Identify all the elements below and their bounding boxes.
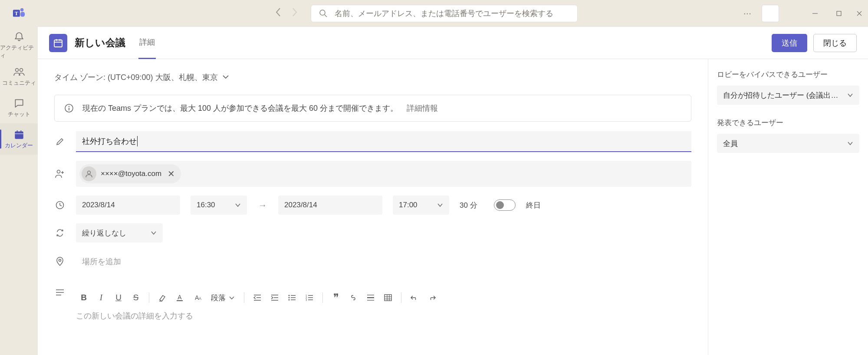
paragraph-style-value: 段落	[211, 293, 226, 303]
rte-toolbar: B I U S A AA 段落	[76, 288, 691, 309]
quote-button[interactable]: ❞	[328, 290, 344, 305]
edit-icon	[54, 136, 66, 147]
recurrence-select[interactable]: 繰り返しなし	[76, 223, 163, 242]
chevron-down-icon	[847, 91, 853, 99]
description-placeholder[interactable]: この新しい会議の詳細を入力する	[76, 309, 691, 323]
svg-text:A: A	[199, 296, 201, 301]
italic-button[interactable]: I	[93, 290, 109, 305]
chevron-down-icon	[235, 201, 241, 209]
bullet-list-button[interactable]	[284, 290, 300, 305]
end-time-input[interactable]: 17:00	[393, 196, 449, 215]
presenter-select[interactable]: 全員	[717, 134, 859, 153]
svg-point-21	[69, 106, 69, 107]
redo-button[interactable]	[424, 290, 440, 305]
history-nav	[275, 7, 298, 20]
hr-button[interactable]	[363, 290, 378, 305]
indent-increase-button[interactable]	[267, 290, 283, 305]
svg-rect-33	[177, 300, 183, 301]
table-button[interactable]	[380, 290, 396, 305]
end-date-input[interactable]: 2023/8/14	[278, 196, 382, 215]
send-button[interactable]: 送信	[772, 34, 807, 52]
description-editor[interactable]: B I U S A AA 段落	[76, 288, 691, 323]
title-bar-right: ···	[733, 0, 868, 27]
attendee-chip[interactable]: ××××@toyota.com ✕	[79, 164, 181, 183]
tab-details[interactable]: 詳細	[138, 27, 156, 59]
title-row: 社外打ち合わせ	[54, 131, 691, 152]
strikethrough-button[interactable]: S	[128, 290, 144, 305]
clock-icon	[54, 199, 66, 211]
start-date-input[interactable]: 2023/8/14	[76, 196, 180, 215]
rail-community[interactable]: コミュニティ	[0, 61, 38, 92]
numbered-list-button[interactable]: 123	[302, 290, 317, 305]
rail-label: アクティビティ	[0, 44, 38, 60]
allday-label: 終日	[526, 200, 541, 210]
bold-button[interactable]: B	[76, 290, 92, 305]
duration-value: 30 分	[460, 200, 477, 210]
svg-rect-57	[385, 295, 391, 301]
underline-button[interactable]: U	[111, 290, 126, 305]
bell-icon	[13, 31, 25, 43]
page-title: 新しい会議	[75, 36, 125, 50]
meeting-title-input[interactable]: 社外打ち合わせ	[76, 131, 691, 152]
meeting-options-panel: ロビーをバイパスできるユーザー 自分が招待したユーザー (会議出席... 発表で…	[708, 59, 868, 355]
meeting-icon	[49, 34, 67, 52]
rail-activity[interactable]: アクティビティ	[0, 30, 38, 61]
svg-text:A: A	[178, 294, 182, 301]
banner-link[interactable]: 詳細情報	[407, 103, 438, 113]
title-bar: T 名前、メールアドレス、または電話番号でユーザーを検索する ···	[0, 0, 868, 27]
svg-rect-3	[20, 12, 25, 17]
rail-chat[interactable]: チャット	[0, 92, 38, 123]
svg-rect-16	[54, 40, 62, 47]
link-button[interactable]	[345, 290, 361, 305]
recurrence-row: 繰り返しなし	[54, 223, 691, 242]
location-row: 場所を追加	[54, 251, 691, 272]
forward-icon[interactable]	[292, 7, 298, 20]
paragraph-style-select[interactable]: 段落	[207, 290, 239, 305]
font-color-button[interactable]: A	[172, 290, 187, 305]
maximize-icon[interactable]	[827, 0, 851, 27]
highlight-button[interactable]	[155, 290, 170, 305]
font-size-button[interactable]: AA	[189, 290, 205, 305]
toolbar-separator	[401, 292, 401, 303]
search-icon	[319, 9, 328, 18]
minimize-icon[interactable]	[803, 0, 827, 27]
person-icon	[82, 166, 96, 181]
svg-point-44	[289, 299, 290, 301]
allday-toggle[interactable]	[494, 199, 516, 211]
recurrence-value: 繰り返しなし	[82, 228, 126, 238]
command-bar: 新しい会議 詳細 送信 閉じる	[38, 27, 868, 59]
main-area: タイム ゾーン: (UTC+09:00) 大阪、札幌、東京 現在の Teams …	[38, 59, 868, 355]
start-date-value: 2023/8/14	[82, 201, 115, 209]
search-box[interactable]: 名前、メールアドレス、または電話番号でユーザーを検索する	[311, 5, 578, 22]
plan-info-banner: 現在の Teams プランでは、最大 100 人が参加できる会議を最大 60 分…	[54, 95, 691, 122]
rail-label: コミュニティ	[2, 79, 36, 87]
account-avatar[interactable]	[762, 5, 779, 22]
presenter-value: 全員	[723, 139, 738, 149]
back-icon[interactable]	[275, 7, 281, 20]
svg-text:T: T	[15, 10, 18, 17]
location-input[interactable]: 場所を追加	[76, 251, 691, 272]
svg-point-2	[20, 8, 24, 12]
svg-point-11	[20, 68, 23, 71]
remove-attendee-icon[interactable]: ✕	[168, 169, 175, 179]
lobby-bypass-select[interactable]: 自分が招待したユーザー (会議出席...	[717, 86, 859, 105]
toolbar-separator	[322, 292, 323, 303]
search-placeholder: 名前、メールアドレス、または電話番号でユーザーを検索する	[335, 8, 553, 19]
banner-message: 現在の Teams プランでは、最大 100 人が参加できる会議を最大 60 分…	[82, 103, 398, 113]
svg-text:3: 3	[306, 299, 307, 301]
attendees-input[interactable]: ××××@toyota.com ✕	[76, 161, 691, 187]
rail-calendar[interactable]: カレンダー	[0, 123, 38, 155]
description-row: B I U S A AA 段落	[54, 283, 691, 323]
arrow-right-icon: →	[257, 200, 268, 210]
start-time-input[interactable]: 16:30	[191, 196, 247, 215]
chevron-down-icon	[847, 139, 853, 147]
more-icon[interactable]: ···	[733, 8, 762, 19]
undo-button[interactable]	[407, 290, 422, 305]
close-window-icon[interactable]	[851, 0, 868, 27]
timezone-selector[interactable]: タイム ゾーン: (UTC+09:00) 大阪、札幌、東京	[54, 72, 691, 83]
attendee-email: ××××@toyota.com	[101, 169, 161, 178]
indent-decrease-button[interactable]	[250, 290, 265, 305]
chevron-down-icon	[437, 201, 443, 209]
lobby-bypass-label: ロビーをバイパスできるユーザー	[717, 70, 859, 80]
close-button[interactable]: 閉じる	[813, 34, 857, 52]
